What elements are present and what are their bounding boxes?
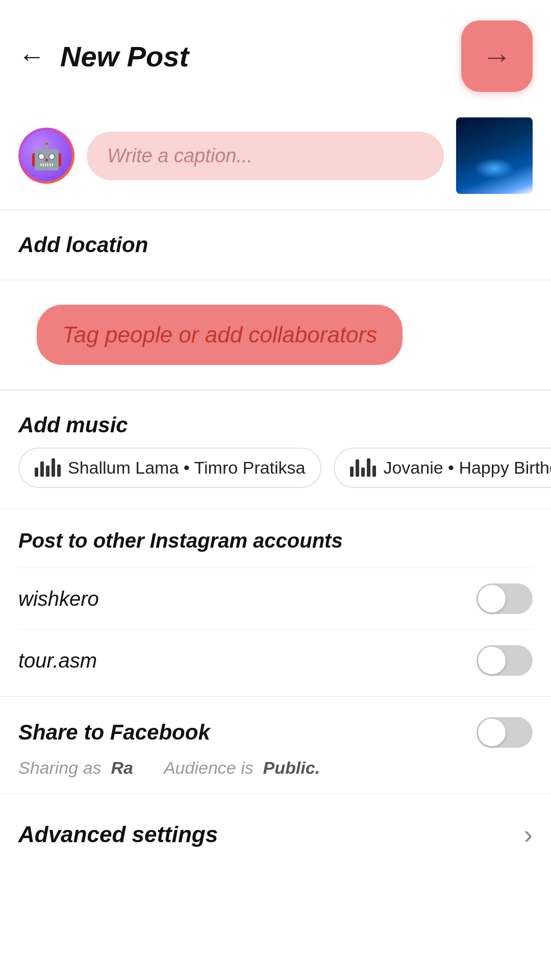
page-title: New Post <box>60 40 189 73</box>
music-chips-container: Shallum Lama • Timro Pratiksa Jovanie • … <box>0 448 551 508</box>
add-music-row[interactable]: Add music <box>0 390 551 448</box>
bar <box>52 458 55 477</box>
audience-value: Public. <box>263 758 320 777</box>
facebook-label: Share to Facebook <box>18 720 210 745</box>
add-music-label: Add music <box>18 413 128 437</box>
music-chip-1-text: Shallum Lama • Timro Pratiksa <box>68 458 305 478</box>
sharing-as-name: Ra <box>111 758 133 777</box>
post-thumbnail <box>456 117 533 194</box>
thumbnail-glow <box>474 158 515 179</box>
bar <box>361 468 365 477</box>
bar <box>57 464 61 477</box>
sharing-as-prefix: Sharing as <box>18 758 102 777</box>
account-row-tourasm: tour.asm <box>18 629 533 691</box>
toggle-facebook[interactable] <box>477 717 533 748</box>
music-section: Add music Shallum Lama • Timro Pratiksa … <box>0 390 551 508</box>
toggle-knob-wishkero <box>478 585 506 612</box>
avatar-emoji: 🤖 <box>30 140 63 172</box>
accounts-section-title: Post to other Instagram accounts <box>18 529 533 552</box>
sharing-info: Sharing as Ra Audience is Public. <box>18 758 533 778</box>
account-row-wishkero: wishkero <box>18 568 533 629</box>
header: ← New Post → <box>0 0 551 107</box>
next-button[interactable]: → <box>461 20 533 92</box>
tag-people-section: Tag people or add collaborators <box>0 280 551 389</box>
add-location-row[interactable]: Add location <box>0 210 551 280</box>
tag-people-label: Tag people or add collaborators <box>62 322 377 347</box>
user-avatar: 🤖 <box>18 128 74 184</box>
toggle-wishkero[interactable] <box>477 583 533 614</box>
tag-people-button[interactable]: Tag people or add collaborators <box>37 305 403 365</box>
advanced-settings-row[interactable]: Advanced settings › <box>0 794 551 875</box>
bar <box>40 461 44 477</box>
header-left: ← New Post <box>18 40 189 73</box>
bar <box>367 458 370 477</box>
caption-row: 🤖 <box>0 107 551 209</box>
music-chip-2[interactable]: Jovanie • Happy Birthday <box>334 448 551 488</box>
toggle-knob-tourasm <box>478 647 506 674</box>
advanced-settings-label: Advanced settings <box>18 822 218 847</box>
bar <box>350 467 354 477</box>
chevron-right-icon: › <box>524 819 533 850</box>
avatar-inner: 🤖 <box>21 130 72 181</box>
facebook-section: Share to Facebook Sharing as Ra Audience… <box>0 697 551 794</box>
sharing-as-text: Sharing as Ra <box>18 758 133 778</box>
bar <box>356 459 359 477</box>
next-arrow-icon: → <box>482 39 512 74</box>
toggle-tourasm[interactable] <box>477 645 533 676</box>
caption-input[interactable] <box>87 132 444 180</box>
accounts-section: Post to other Instagram accounts wishker… <box>0 509 551 697</box>
toggle-knob-facebook <box>478 719 506 746</box>
account-name-tourasm: tour.asm <box>18 649 97 672</box>
music-chip-1[interactable]: Shallum Lama • Timro Pratiksa <box>18 448 321 488</box>
back-button[interactable]: ← <box>18 41 45 71</box>
music-bars-2 <box>350 458 376 477</box>
add-location-label: Add location <box>18 233 148 257</box>
audience-prefix: Audience is <box>164 758 254 777</box>
account-name-wishkero: wishkero <box>18 587 99 610</box>
music-bars-1 <box>35 458 61 477</box>
music-chip-2-text: Jovanie • Happy Birthday <box>383 458 551 478</box>
bar <box>35 468 38 477</box>
bar <box>46 465 49 477</box>
facebook-row: Share to Facebook <box>18 717 533 748</box>
audience-text: Audience is Public. <box>164 758 320 778</box>
bar <box>372 465 376 477</box>
